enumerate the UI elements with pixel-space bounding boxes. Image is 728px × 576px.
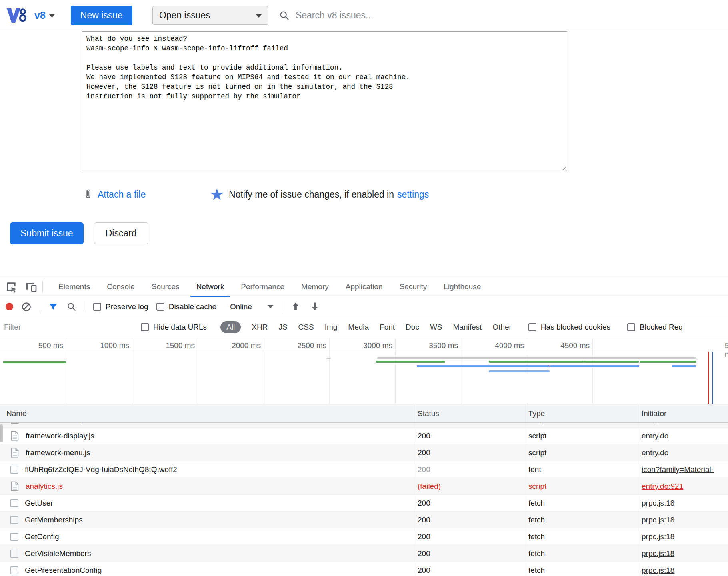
project-dropdown[interactable]: v8 [34,10,55,21]
network-table-header: Name Status Type Initiator [0,404,728,423]
filter-chip-all[interactable]: All [220,321,241,333]
table-row[interactable]: framework-oacs.js200scriptentry.do [0,423,728,428]
request-name: GetVisibleMembers [25,549,91,558]
blocked-requests-checkbox[interactable] [627,323,635,331]
table-row[interactable]: flUhRq6tzZclQEJ-Vdg-IuiaDsNcIhQ8tQ.woff2… [0,461,728,478]
initiator-link[interactable]: entry.do [642,423,668,424]
tab-security[interactable]: Security [391,276,436,297]
discard-button[interactable]: Discard [94,222,148,244]
initiator-link[interactable]: prpc.js:18 [642,532,674,541]
request-name: GetUser [25,499,53,508]
request-name: GetMemberships [25,516,83,524]
attach-file-link[interactable]: Attach a file [98,189,146,200]
initiator-link[interactable]: entry.do [642,448,668,457]
filter-chip-xhr[interactable]: XHR [252,323,268,332]
record-button[interactable] [6,303,13,310]
import-har-icon[interactable] [290,301,301,312]
tab-performance[interactable]: Performance [232,276,293,297]
table-row[interactable]: framework-display.js200scriptentry.do [0,428,728,444]
hide-data-urls-control[interactable]: Hide data URLs [141,323,207,332]
filter-input[interactable] [4,323,124,332]
initiator-link[interactable]: prpc.js:18 [642,566,674,575]
has-blocked-cookies-checkbox[interactable] [528,323,536,331]
timeline[interactable]: 500 ms1000 ms1500 ms2000 ms2500 ms3000 m… [0,338,728,404]
initiator-link[interactable]: entry.do [642,432,668,440]
table-row[interactable]: framework-menu.js200scriptentry.do [0,444,728,461]
request-icon [10,566,18,574]
initiator-link[interactable]: prpc.js:18 [642,516,674,524]
table-row[interactable]: GetUser200fetchprpc.js:18 [0,495,728,512]
attach-row: Attach a file ★ Notify me of issue chang… [83,185,429,204]
tab-application[interactable]: Application [337,276,391,297]
filter-chip-font[interactable]: Font [380,323,395,332]
initiator-link[interactable]: icon?family=Material- [642,465,714,474]
filter-chip-media[interactable]: Media [348,323,369,332]
tab-sources[interactable]: Sources [143,276,188,297]
initiator-link[interactable]: entry.do:921 [642,482,683,491]
type-filter-chips: AllXHRJSCSSImgMediaFontDocWSManifestOthe… [220,321,512,333]
ruler-divider [0,351,728,351]
table-row[interactable]: GetConfig200fetchprpc.js:18 [0,528,728,545]
tab-console[interactable]: Console [98,276,143,297]
search-box [279,6,728,26]
blocked-requests-control[interactable]: Blocked Req [627,323,683,332]
table-row[interactable]: GetVisibleMembers200fetchprpc.js:18 [0,545,728,562]
tab-network[interactable]: Network [188,276,233,297]
disable-cache-control[interactable]: Disable cache [156,302,216,311]
initiator-link[interactable]: prpc.js:18 [642,499,674,508]
filter-chip-manifest[interactable]: Manifest [453,323,482,332]
network-filter-row: Hide data URLs AllXHRJSCSSImgMediaFontDo… [0,316,728,338]
column-header-initiator[interactable]: Initiator [638,404,728,422]
issue-description-textarea[interactable]: What do you see instead? wasm-scope-info… [82,31,567,171]
table-row[interactable]: analytics.js(failed)scriptentry.do:921 [0,478,728,495]
initiator-link[interactable]: prpc.js:18 [642,549,674,558]
filter-chip-img[interactable]: Img [325,323,338,332]
preserve-log-checkbox[interactable] [93,303,101,311]
inspect-element-icon[interactable] [5,280,18,293]
timeline-gridline [132,338,132,404]
timeline-gridline [264,338,264,404]
clear-icon[interactable] [21,302,32,312]
tab-lighthouse[interactable]: Lighthouse [435,276,489,297]
filter-chip-js[interactable]: JS [278,323,287,332]
column-header-status[interactable]: Status [414,404,525,422]
settings-link[interactable]: settings [397,189,429,200]
request-type: fetch [525,528,638,545]
request-icon [10,499,18,507]
filter-chip-ws[interactable]: WS [430,323,442,332]
filter-chip-doc[interactable]: Doc [406,323,419,332]
notify-text: Notify me of issue changes, if enabled i… [229,189,394,200]
table-row[interactable]: GetMemberships200fetchprpc.js:18 [0,512,728,528]
filter-icon[interactable] [48,302,58,312]
search-icon [279,10,290,21]
submit-issue-button[interactable]: Submit issue [10,222,84,244]
throttling-select[interactable]: Online [230,302,274,311]
issues-filter-select[interactable]: Open issues [152,6,268,25]
disable-cache-checkbox[interactable] [156,303,164,311]
search-icon[interactable] [66,302,77,312]
tab-elements[interactable]: Elements [50,276,98,297]
search-input[interactable] [296,6,728,25]
hide-data-urls-checkbox[interactable] [141,323,149,331]
filter-chip-other[interactable]: Other [492,323,512,332]
star-icon: ★ [210,186,224,202]
request-icon [10,550,18,558]
network-toolbar: Preserve log Disable cache Online [0,297,728,316]
divider [282,301,282,313]
scrollbar-thumb[interactable] [0,424,3,442]
request-icon [10,466,18,474]
column-header-name[interactable]: Name [0,404,414,422]
tab-memory[interactable]: Memory [293,276,337,297]
device-toolbar-icon[interactable] [25,280,38,293]
timeline-gridline [395,338,396,404]
devtools-tabbar: ElementsConsoleSourcesNetworkPerformance… [0,276,728,297]
preserve-log-control[interactable]: Preserve log [93,302,148,311]
has-blocked-cookies-control[interactable]: Has blocked cookies [528,323,610,332]
waterfall-bar [376,361,445,363]
column-header-type[interactable]: Type [525,404,638,422]
new-issue-button[interactable]: New issue [71,6,132,25]
table-row[interactable]: GetPresentationConfig200fetchprpc.js:18 [0,562,728,576]
filter-chip-css[interactable]: CSS [298,323,314,332]
export-har-icon[interactable] [309,301,320,312]
devtools-tabs: ElementsConsoleSourcesNetworkPerformance… [50,276,489,297]
